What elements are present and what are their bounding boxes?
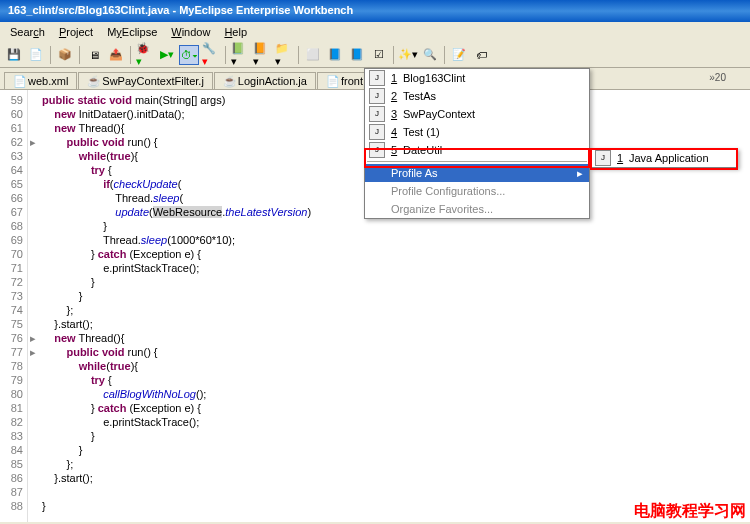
note-icon[interactable]: 📝 (449, 45, 469, 65)
dd-item-blog163[interactable]: J1Blog163Clint (365, 69, 589, 87)
profile-icon[interactable]: ⏱▾ (179, 45, 199, 65)
java-launch-icon: J (369, 70, 385, 86)
menu-separator (367, 161, 587, 162)
fold-gutter[interactable]: ▸▸▸ (28, 90, 38, 522)
generic-icon[interactable]: ⬜ (303, 45, 323, 65)
dd-item-test[interactable]: J4Test (1) (365, 123, 589, 141)
checkbox-icon[interactable]: ☑ (369, 45, 389, 65)
java-file-icon: ☕ (223, 75, 235, 87)
tab-web-xml[interactable]: 📄web.xml (4, 72, 77, 89)
wizard-icon[interactable]: ✨▾ (398, 45, 418, 65)
dd-organize[interactable]: Organize Favorites... (365, 200, 589, 218)
tab-overflow[interactable]: »20 (709, 72, 726, 83)
dd-profile-as[interactable]: Profile As▸ (365, 164, 589, 182)
menu-window[interactable]: Window (165, 24, 216, 40)
new-package-icon[interactable]: 📙▾ (252, 45, 272, 65)
menu-project[interactable]: Project (53, 24, 99, 40)
new-icon[interactable]: 📘 (325, 45, 345, 65)
external-icon[interactable]: 🔧▾ (201, 45, 221, 65)
dd-item-swpay[interactable]: J3SwPayContext (365, 105, 589, 123)
menu-help[interactable]: Help (218, 24, 253, 40)
dd-profile-config[interactable]: Profile Configurations... (365, 182, 589, 200)
new-class-icon[interactable]: 📗▾ (230, 45, 250, 65)
watermark-text: 电脑教程学习网 (634, 501, 746, 522)
java-launch-icon: J (369, 106, 385, 122)
java-launch-icon: J (369, 88, 385, 104)
debug-icon[interactable]: 🐞▾ (135, 45, 155, 65)
dd-item-testas[interactable]: J2TestAs (365, 87, 589, 105)
main-toolbar: 💾 📄 📦 🖥 📤 🐞▾ ▶▾ ⏱▾ 🔧▾ 📗▾ 📙▾ 📁▾ ⬜ 📘 📘 ☑ ✨… (0, 42, 750, 68)
java-launch-icon: J (369, 142, 385, 158)
tab-swpay[interactable]: ☕SwPayContextFilter.j (78, 72, 212, 89)
dd-item-dateutil[interactable]: J5DateUtil (365, 141, 589, 159)
deploy-icon[interactable]: 📤 (106, 45, 126, 65)
search-toolbar-icon[interactable]: 🔍 (420, 45, 440, 65)
window-titlebar: 163_clint/src/Blog163Clint.java - MyEcli… (0, 0, 750, 22)
new-folder-icon[interactable]: 📁▾ (274, 45, 294, 65)
xml-file-icon: 📄 (13, 75, 25, 87)
jsp-file-icon: 📄 (326, 75, 338, 87)
menu-search[interactable]: Search (4, 24, 51, 40)
profile-as-submenu: J1Java Application (590, 148, 738, 168)
server-icon[interactable]: 🖥 (84, 45, 104, 65)
dd-java-application[interactable]: J1Java Application (591, 149, 737, 167)
save-icon[interactable]: 💾 (4, 45, 24, 65)
java-launch-icon: J (369, 124, 385, 140)
build-icon[interactable]: 📦 (55, 45, 75, 65)
run-icon[interactable]: ▶▾ (157, 45, 177, 65)
java-launch-icon: J (595, 150, 611, 166)
submenu-arrow-icon: ▸ (577, 167, 583, 180)
java-file-icon: ☕ (87, 75, 99, 87)
menu-myeclipse[interactable]: MyEclipse (101, 24, 163, 40)
code-content[interactable]: public static void main(String[] args) n… (38, 90, 315, 522)
tag-icon[interactable]: 🏷 (471, 45, 491, 65)
main-menubar: Search Project MyEclipse Window Help (0, 22, 750, 42)
line-gutter: 5960616263646566676869707172737475767778… (0, 90, 28, 522)
tab-login[interactable]: ☕LoginAction.ja (214, 72, 316, 89)
new2-icon[interactable]: 📘 (347, 45, 367, 65)
profile-dropdown: J1Blog163Clint J2TestAs J3SwPayContext J… (364, 68, 590, 219)
saveall-icon[interactable]: 📄 (26, 45, 46, 65)
